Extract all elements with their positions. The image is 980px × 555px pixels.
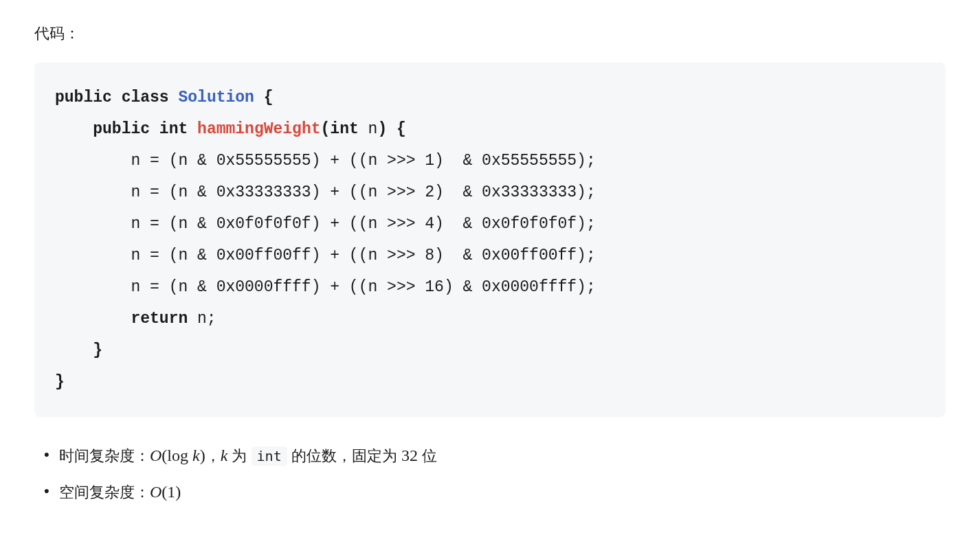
- text: 的位数，固定为: [287, 447, 401, 464]
- time-complexity-label: 时间复杂度：: [59, 447, 150, 464]
- var-k: k: [221, 446, 228, 464]
- code-line: n = (n & 0x00ff00ff) + ((n >>> 8) & 0x00…: [55, 247, 596, 264]
- brace-close: }: [55, 341, 102, 359]
- type-int: int: [159, 120, 188, 138]
- keyword-public: public: [93, 120, 150, 138]
- keyword-class: class: [122, 89, 169, 106]
- space-complexity-label: 空间复杂度：: [59, 484, 150, 501]
- brace-close: }: [55, 373, 65, 391]
- complexity-list: 时间复杂度：O(log k)，k 为 int 的位数，固定为 32 位 空间复杂…: [34, 442, 946, 506]
- big-o-expr: O(log k): [150, 446, 205, 464]
- inline-code-int: int: [252, 446, 287, 466]
- brace: {: [387, 120, 406, 138]
- class-name: Solution: [178, 89, 254, 106]
- paren: ): [377, 120, 387, 138]
- keyword-return: return: [131, 310, 188, 328]
- code-block: public class Solution { public int hammi…: [34, 63, 946, 417]
- code-line: n = (n & 0x0f0f0f0f) + ((n >>> 4) & 0x0f…: [55, 215, 596, 233]
- section-heading: 代码：: [34, 21, 946, 46]
- brace: {: [264, 89, 274, 106]
- code-rest: n;: [188, 310, 216, 328]
- list-item: 空间复杂度：O(1): [40, 478, 946, 506]
- text: 位: [418, 447, 437, 464]
- big-o-expr: O(1): [150, 483, 181, 501]
- code-line: n = (n & 0x0000ffff) + ((n >>> 16) & 0x0…: [55, 278, 596, 296]
- text: 为: [227, 447, 251, 464]
- param-name: n: [359, 120, 378, 138]
- list-item: 时间复杂度：O(log k)，k 为 int 的位数，固定为 32 位: [40, 442, 946, 470]
- paren: (: [321, 120, 331, 138]
- method-name: hammingWeight: [197, 120, 320, 138]
- code-line: n = (n & 0x33333333) + ((n >>> 2) & 0x33…: [55, 183, 596, 201]
- comma: ，: [205, 447, 221, 464]
- keyword-public: public: [55, 89, 112, 106]
- code-line: n = (n & 0x55555555) + ((n >>> 1) & 0x55…: [55, 152, 596, 170]
- num-32: 32: [401, 446, 418, 464]
- param-type: int: [330, 120, 358, 138]
